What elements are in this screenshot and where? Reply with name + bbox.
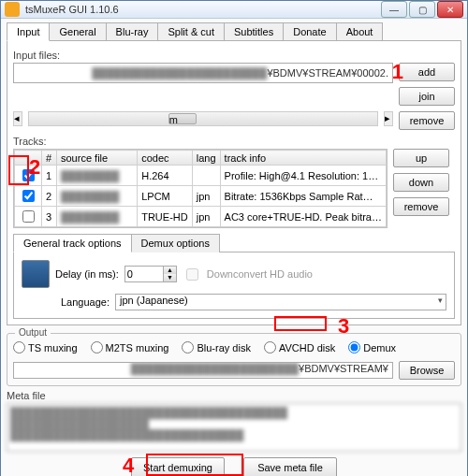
delay-label: Delay (in ms): bbox=[55, 268, 119, 280]
scrollbar-thumb[interactable]: m bbox=[168, 113, 197, 124]
radio-label: Demux bbox=[363, 342, 396, 353]
tab-split[interactable]: Split & cut bbox=[157, 22, 225, 41]
radio-m2ts-muxing[interactable]: M2TS muxing bbox=[91, 341, 169, 353]
col-check[interactable] bbox=[15, 151, 42, 166]
radio-demux[interactable]: Demux bbox=[348, 341, 396, 353]
tracks-label: Tracks: bbox=[13, 136, 455, 147]
minimize-button[interactable]: — bbox=[381, 1, 407, 18]
downconvert-label: Downconvert HD audio bbox=[207, 268, 313, 280]
app-icon bbox=[5, 2, 20, 17]
track-codec: LPCM bbox=[138, 186, 193, 207]
col-lang[interactable]: lang bbox=[192, 151, 220, 166]
delay-spinner[interactable]: ▲▼ bbox=[124, 266, 177, 282]
tab-subtitles[interactable]: Subtitles bbox=[224, 22, 284, 41]
browse-button[interactable]: Browse bbox=[399, 361, 455, 380]
main-tabs: Input General Blu-ray Split & cut Subtit… bbox=[7, 22, 461, 41]
track-num: 1 bbox=[42, 166, 57, 186]
radio-ts-muxing[interactable]: TS muxing bbox=[13, 341, 78, 353]
track-codec: TRUE-HD bbox=[138, 207, 193, 227]
radio-label: Blu-ray disk bbox=[197, 342, 250, 353]
tab-bluray[interactable]: Blu-ray bbox=[106, 22, 159, 41]
up-button[interactable]: up bbox=[393, 149, 449, 167]
track-lang: jpn bbox=[192, 186, 220, 207]
down-button[interactable]: down bbox=[393, 173, 449, 192]
radio-label: M2TS muxing bbox=[106, 342, 169, 353]
radio-input[interactable] bbox=[182, 341, 194, 353]
delay-input[interactable] bbox=[125, 267, 163, 281]
tab-general[interactable]: General bbox=[49, 22, 106, 41]
save-meta-button[interactable]: Save meta file bbox=[243, 457, 337, 476]
scroll-left-icon[interactable]: ◂ bbox=[13, 111, 22, 126]
blurred-output: ███████████████████████ bbox=[131, 363, 299, 374]
radio-input[interactable] bbox=[13, 341, 25, 353]
start-demuxing-button[interactable]: Start demuxing bbox=[131, 457, 225, 476]
scroll-right-icon[interactable]: ▸ bbox=[384, 111, 393, 126]
input-scrollbar[interactable]: m bbox=[28, 111, 378, 126]
maximize-button[interactable]: ▢ bbox=[409, 1, 435, 18]
col-codec[interactable]: codec bbox=[138, 151, 193, 166]
window-title: tsMuxeR GUI 1.10.6 bbox=[25, 4, 381, 15]
col-info[interactable]: track info bbox=[220, 151, 386, 166]
track-source: ████████ bbox=[57, 166, 138, 186]
track-source: ████████ bbox=[57, 186, 138, 207]
language-select[interactable]: jpn (Japanese) bbox=[115, 294, 446, 310]
track-num: 3 bbox=[42, 207, 57, 227]
input-file-path[interactable]: ████████████████████████¥BDMV¥STREAM¥000… bbox=[13, 63, 393, 83]
tab-donate[interactable]: Donate bbox=[283, 22, 336, 41]
join-button[interactable]: join bbox=[399, 87, 455, 106]
output-title: Output bbox=[15, 327, 51, 338]
content-area: Input General Blu-ray Split & cut Subtit… bbox=[1, 19, 467, 476]
col-source[interactable]: source file bbox=[57, 151, 138, 166]
track-lang bbox=[192, 166, 220, 186]
input-files-label: Input files: bbox=[13, 50, 455, 61]
track-checkbox[interactable] bbox=[22, 169, 35, 181]
tab-about[interactable]: About bbox=[336, 22, 384, 41]
titlebar: tsMuxeR GUI 1.10.6 — ▢ ✕ bbox=[1, 1, 467, 19]
track-info: AC3 core+TRUE-HD. Peak bitra… bbox=[220, 207, 386, 227]
radio-input[interactable] bbox=[348, 341, 360, 353]
close-button[interactable]: ✕ bbox=[437, 1, 463, 18]
track-checkbox[interactable] bbox=[22, 190, 35, 202]
radio-label: AVCHD disk bbox=[279, 342, 335, 353]
radio-input[interactable] bbox=[91, 341, 103, 353]
tab-input[interactable]: Input bbox=[7, 22, 50, 41]
radio-input[interactable] bbox=[264, 341, 276, 353]
col-num[interactable]: # bbox=[42, 151, 57, 166]
track-lang: jpn bbox=[192, 207, 220, 227]
track-checkbox[interactable] bbox=[22, 210, 35, 223]
radio-avchd-disk[interactable]: AVCHD disk bbox=[264, 341, 335, 353]
spin-down-icon[interactable]: ▼ bbox=[163, 274, 176, 281]
meta-textarea[interactable]: ████████████████████████████████████████… bbox=[7, 403, 461, 452]
subtab-general[interactable]: General track options bbox=[13, 234, 132, 252]
language-label: Language: bbox=[61, 296, 110, 308]
blurred-path: ████████████████████████ bbox=[92, 67, 267, 79]
track-num: 2 bbox=[42, 186, 57, 207]
meta-label: Meta file bbox=[7, 390, 461, 401]
track-source: ████████ bbox=[57, 207, 138, 227]
radio-blu-ray-disk[interactable]: Blu-ray disk bbox=[182, 341, 250, 353]
remove-track-button[interactable]: remove bbox=[393, 197, 449, 216]
track-info: Profile: High@4.1 Resolution: 1… bbox=[220, 166, 386, 186]
app-window: tsMuxeR GUI 1.10.6 — ▢ ✕ Input General B… bbox=[0, 0, 468, 476]
input-panel: Input files: ████████████████████████¥BD… bbox=[7, 40, 461, 325]
radio-label: TS muxing bbox=[28, 342, 78, 353]
subtab-demux[interactable]: Demux options bbox=[131, 234, 220, 252]
output-path[interactable]: ███████████████████████¥BDMV¥STREAM¥ bbox=[13, 362, 393, 379]
spin-up-icon[interactable]: ▲ bbox=[163, 267, 176, 274]
table-row[interactable]: 3████████TRUE-HDjpnAC3 core+TRUE-HD. Pea… bbox=[15, 207, 387, 227]
tracks-table: # source file codec lang track info 1███… bbox=[14, 150, 387, 227]
track-icon bbox=[22, 260, 50, 288]
table-row[interactable]: 1████████H.264Profile: High@4.1 Resoluti… bbox=[15, 166, 387, 186]
track-info: Bitrate: 1536Kbps Sample Rat… bbox=[220, 186, 386, 207]
remove-input-button[interactable]: remove bbox=[399, 111, 455, 130]
add-button[interactable]: add bbox=[399, 63, 455, 81]
downconvert-checkbox[interactable] bbox=[186, 268, 198, 281]
track-codec: H.264 bbox=[138, 166, 193, 186]
tracks-table-wrap: # source file codec lang track info 1███… bbox=[13, 149, 388, 228]
output-group: Output TS muxingM2TS muxingBlu-ray diskA… bbox=[7, 333, 461, 386]
track-options-panel: Delay (in ms): ▲▼ Downconvert HD audio L… bbox=[13, 252, 455, 319]
table-row[interactable]: 2████████LPCMjpnBitrate: 1536Kbps Sample… bbox=[15, 186, 387, 207]
